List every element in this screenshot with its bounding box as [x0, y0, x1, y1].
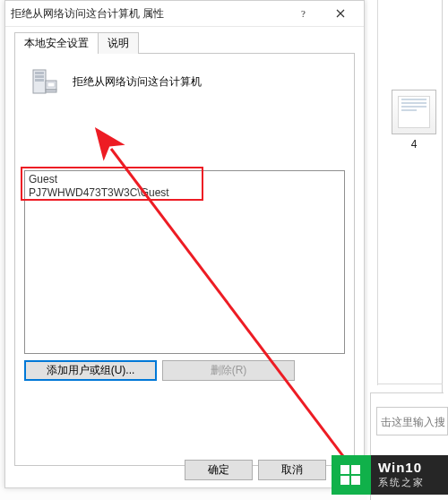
- users-listbox[interactable]: Guest PJ7WHWD473T3W3C\Guest: [24, 170, 345, 354]
- add-user-or-group-button[interactable]: 添加用户或组(U)...: [24, 360, 157, 381]
- server-icon: [30, 66, 60, 97]
- svg-rect-3: [35, 75, 44, 78]
- watermark-line2: 系统之家: [378, 475, 439, 490]
- remove-button: 删除(R): [162, 360, 295, 381]
- watermark-logo: [332, 455, 371, 495]
- cancel-button[interactable]: 取消: [258, 460, 326, 480]
- svg-rect-12: [351, 476, 360, 485]
- thumbnail-preview[interactable]: [392, 90, 436, 134]
- thumbnail-label: 4: [392, 138, 436, 151]
- window-title: 拒绝从网络访问这台计算机 属性: [11, 6, 287, 22]
- windows-icon: [340, 463, 363, 487]
- svg-rect-7: [46, 90, 56, 92]
- svg-rect-6: [47, 82, 55, 87]
- help-icon: ?: [300, 9, 309, 18]
- watermark-badge: Win10 系统之家: [332, 450, 448, 500]
- titlebar[interactable]: 拒绝从网络访问这台计算机 属性 ?: [5, 1, 364, 27]
- background-search-hint: 击这里输入搜: [376, 407, 448, 435]
- user-entry-2[interactable]: PJ7WHWD473T3W3C\Guest: [29, 186, 340, 200]
- ok-button[interactable]: 确定: [185, 460, 253, 480]
- close-icon: [336, 9, 345, 18]
- svg-text:?: ?: [301, 9, 306, 18]
- close-button[interactable]: [323, 2, 358, 25]
- tab-strip: 本地安全设置 说明: [14, 32, 355, 54]
- watermark-line1: Win10: [378, 460, 439, 475]
- help-button[interactable]: ?: [287, 2, 323, 25]
- user-entry-1[interactable]: Guest: [29, 173, 340, 186]
- svg-rect-2: [35, 72, 44, 74]
- svg-rect-9: [340, 465, 349, 474]
- properties-dialog: 拒绝从网络访问这台计算机 属性 ? 本地安全设置 说明: [4, 0, 365, 488]
- svg-rect-10: [351, 465, 360, 474]
- policy-header: 拒绝从网络访问这台计算机: [24, 63, 345, 100]
- policy-description: 拒绝从网络访问这台计算机: [73, 74, 202, 90]
- tab-explain[interactable]: 说明: [98, 32, 139, 54]
- svg-rect-4: [35, 79, 44, 82]
- svg-rect-11: [340, 476, 349, 485]
- tab-panel-local-security: 拒绝从网络访问这台计算机 Guest PJ7WHWD473T3W3C\Guest…: [14, 54, 355, 466]
- tab-local-security-settings[interactable]: 本地安全设置: [14, 32, 99, 54]
